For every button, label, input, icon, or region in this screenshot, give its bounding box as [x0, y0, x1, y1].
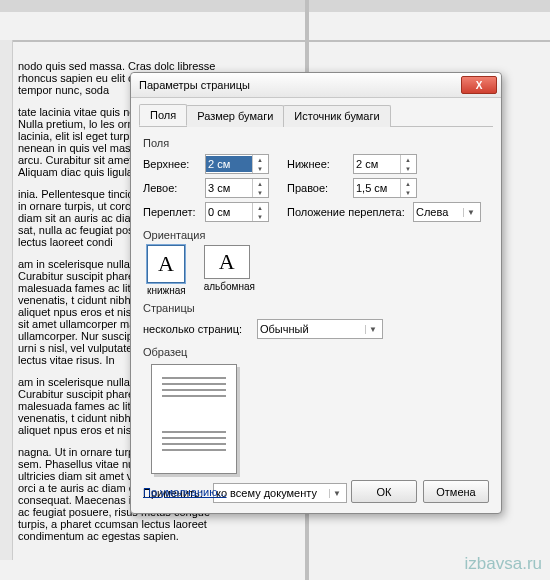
- spin-bottom[interactable]: ▲▼: [353, 154, 417, 174]
- spin-gutter[interactable]: ▲▼: [205, 202, 269, 222]
- page-setup-dialog: Параметры страницы X Поля Размер бумаги …: [130, 72, 502, 514]
- orientation-portrait[interactable]: A книжная: [147, 245, 186, 296]
- input-top[interactable]: [206, 156, 252, 172]
- input-gutter[interactable]: [206, 204, 252, 220]
- dialog-title: Параметры страницы: [139, 79, 250, 91]
- spin-right[interactable]: ▲▼: [353, 178, 417, 198]
- label-gutter-pos: Положение переплета:: [287, 206, 413, 218]
- label-bottom: Нижнее:: [287, 158, 353, 170]
- spin-arrows-icon[interactable]: ▲▼: [252, 203, 267, 221]
- default-button[interactable]: По умолчанию...: [143, 484, 227, 500]
- orientation-landscape[interactable]: A альбомная: [204, 245, 255, 296]
- input-bottom[interactable]: [354, 156, 400, 172]
- portrait-label: книжная: [147, 285, 186, 296]
- ruler-vertical: [0, 40, 13, 560]
- chevron-down-icon: ▼: [463, 208, 478, 217]
- spin-top[interactable]: ▲▼: [205, 154, 269, 174]
- group-margins: Поля: [143, 137, 489, 149]
- input-left[interactable]: [206, 180, 252, 196]
- cancel-button[interactable]: Отмена: [423, 480, 489, 503]
- group-sample: Образец: [143, 346, 489, 358]
- dialog-titlebar[interactable]: Параметры страницы X: [131, 73, 501, 98]
- tab-strip: Поля Размер бумаги Источник бумаги: [139, 104, 493, 127]
- label-top: Верхнее:: [143, 158, 205, 170]
- chevron-down-icon: ▼: [365, 325, 380, 334]
- tab-source[interactable]: Источник бумаги: [283, 105, 390, 127]
- preview-pane: [151, 364, 237, 474]
- input-right[interactable]: [354, 180, 400, 196]
- watermark: izbavsa.ru: [465, 554, 542, 574]
- page-gap: [0, 40, 550, 42]
- orientation-options: A книжная A альбомная: [147, 245, 489, 296]
- tab-paper[interactable]: Размер бумаги: [186, 105, 284, 127]
- landscape-label: альбомная: [204, 281, 255, 292]
- tab-fields[interactable]: Поля: [139, 104, 187, 126]
- label-gutter: Переплет:: [143, 206, 205, 218]
- select-multi-pages[interactable]: Обычный▼: [257, 319, 383, 339]
- label-multi: несколько страниц:: [143, 323, 257, 335]
- spin-arrows-icon[interactable]: ▲▼: [400, 179, 415, 197]
- label-right: Правое:: [287, 182, 353, 194]
- close-icon: X: [476, 80, 483, 91]
- close-button[interactable]: X: [461, 76, 497, 94]
- group-orientation: Ориентация: [143, 229, 489, 241]
- select-gutter-pos[interactable]: Слева▼: [413, 202, 481, 222]
- portrait-icon: A: [147, 245, 185, 283]
- dialog-button-row: По умолчанию... ОК Отмена: [143, 480, 489, 503]
- group-pages: Страницы: [143, 302, 489, 314]
- landscape-icon: A: [204, 245, 250, 279]
- spin-arrows-icon[interactable]: ▲▼: [252, 179, 267, 197]
- dialog-body: Поля Верхнее: ▲▼ Нижнее: ▲▼ Левое: ▲▼ Пр…: [131, 127, 501, 514]
- spin-left[interactable]: ▲▼: [205, 178, 269, 198]
- label-left: Левое:: [143, 182, 205, 194]
- ruler-horizontal: [0, 0, 550, 12]
- spin-arrows-icon[interactable]: ▲▼: [252, 155, 267, 173]
- ok-button[interactable]: ОК: [351, 480, 417, 503]
- spin-arrows-icon[interactable]: ▲▼: [400, 155, 415, 173]
